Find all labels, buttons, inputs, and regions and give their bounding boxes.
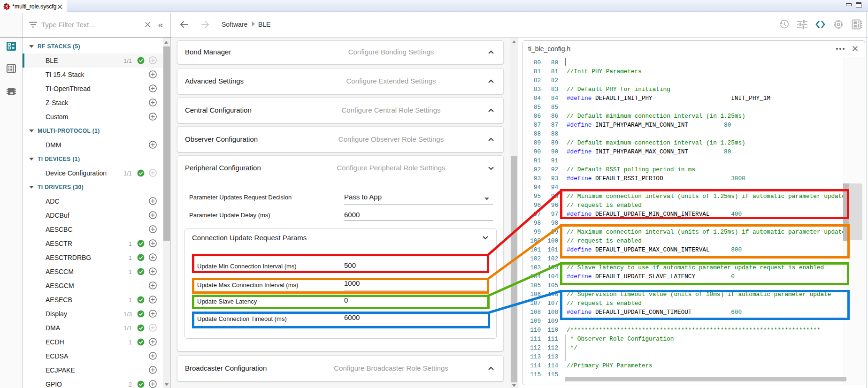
svg-text:S: S	[6, 4, 8, 9]
